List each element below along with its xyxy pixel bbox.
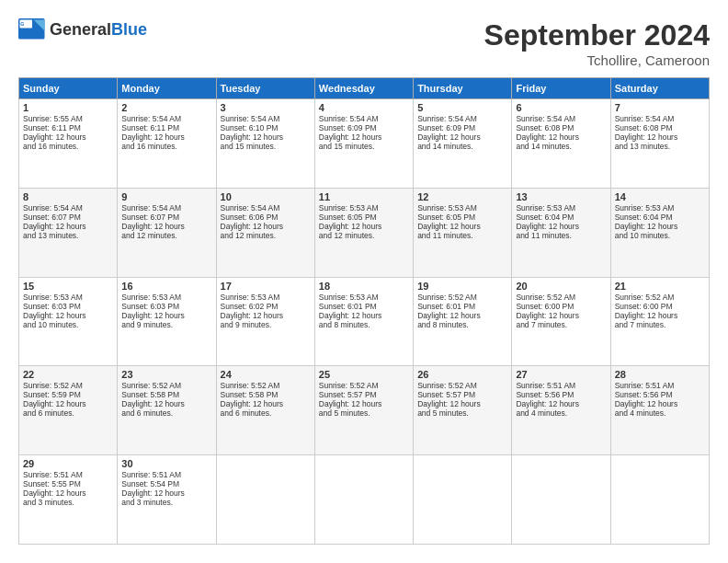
day-number: 20 (516, 281, 606, 292)
day-info-line: and 16 minutes. (121, 142, 211, 151)
calendar-cell: 8Sunrise: 5:54 AMSunset: 6:07 PMDaylight… (19, 188, 118, 277)
day-info-line: and 16 minutes. (23, 142, 113, 151)
header: G GeneralBlue September 2024 Tchollire, … (18, 18, 710, 68)
day-info-line: Sunset: 6:07 PM (23, 213, 113, 222)
calendar-cell: 19Sunrise: 5:52 AMSunset: 6:01 PMDayligh… (414, 277, 512, 366)
day-info-line: Daylight: 12 hours (319, 132, 409, 142)
day-info-line: Sunset: 6:09 PM (319, 123, 409, 132)
day-info-line: Daylight: 12 hours (319, 222, 409, 231)
day-info-line: Sunset: 6:03 PM (121, 302, 211, 311)
calendar-cell: 6Sunrise: 5:54 AMSunset: 6:08 PMDaylight… (512, 99, 610, 189)
day-info-line: Sunset: 6:04 PM (516, 213, 606, 222)
day-info-line: Sunrise: 5:55 AM (23, 114, 113, 123)
day-info-line: and 5 minutes. (319, 408, 409, 418)
day-info-line: Sunrise: 5:52 AM (23, 381, 113, 390)
day-info-line: and 4 minutes. (615, 408, 705, 418)
day-info-line: Sunrise: 5:54 AM (516, 114, 606, 123)
day-info-line: Sunset: 6:07 PM (121, 213, 211, 222)
calendar-cell: 18Sunrise: 5:53 AMSunset: 6:01 PMDayligh… (314, 277, 413, 366)
day-header-friday: Friday (512, 78, 610, 99)
day-info-line: Sunrise: 5:53 AM (121, 293, 211, 302)
day-info-line: Sunrise: 5:54 AM (221, 114, 311, 123)
day-info-line: and 8 minutes. (319, 320, 409, 329)
day-info-line: Daylight: 12 hours (23, 311, 113, 320)
day-info-line: Sunset: 6:02 PM (221, 302, 311, 311)
day-header-saturday: Saturday (610, 78, 709, 99)
day-info-line: and 13 minutes. (23, 231, 113, 240)
logo-text: GeneralBlue (50, 20, 147, 40)
day-info-line: Daylight: 12 hours (615, 311, 705, 320)
calendar-cell: 5Sunrise: 5:54 AMSunset: 6:09 PMDaylight… (414, 99, 512, 189)
calendar-cell: 3Sunrise: 5:54 AMSunset: 6:10 PMDaylight… (216, 99, 314, 189)
day-number: 8 (23, 191, 113, 202)
day-info-line: Daylight: 12 hours (615, 399, 705, 408)
calendar-cell: 10Sunrise: 5:54 AMSunset: 6:06 PMDayligh… (216, 188, 314, 277)
calendar-cell: 4Sunrise: 5:54 AMSunset: 6:09 PMDaylight… (314, 99, 413, 189)
day-info-line: Sunrise: 5:54 AM (615, 114, 705, 123)
day-info-line: and 11 minutes. (516, 231, 606, 240)
day-number: 7 (615, 102, 705, 113)
calendar-cell: 21Sunrise: 5:52 AMSunset: 6:00 PMDayligh… (610, 277, 709, 366)
day-info-line: Daylight: 12 hours (516, 399, 606, 408)
calendar-cell: 2Sunrise: 5:54 AMSunset: 6:11 PMDaylight… (118, 99, 216, 189)
day-info-line: Sunrise: 5:54 AM (121, 114, 211, 123)
day-info-line: Sunset: 5:57 PM (319, 390, 409, 399)
location-title: Tchollire, Cameroon (484, 52, 710, 68)
day-info-line: Sunset: 6:11 PM (121, 123, 211, 132)
calendar-cell: 14Sunrise: 5:53 AMSunset: 6:04 PMDayligh… (610, 188, 709, 277)
day-info-line: Daylight: 12 hours (417, 132, 507, 142)
day-number: 17 (221, 281, 311, 292)
day-number: 16 (121, 281, 211, 292)
day-info-line: and 6 minutes. (23, 408, 113, 418)
day-number: 11 (319, 191, 409, 202)
day-info-line: Daylight: 12 hours (615, 132, 705, 142)
day-info-line: and 9 minutes. (121, 320, 211, 329)
day-info-line: Daylight: 12 hours (417, 222, 507, 231)
day-info-line: and 12 minutes. (221, 231, 311, 240)
calendar-cell: 16Sunrise: 5:53 AMSunset: 6:03 PMDayligh… (118, 277, 216, 366)
day-info-line: Daylight: 12 hours (23, 399, 113, 408)
day-info-line: Sunrise: 5:53 AM (319, 293, 409, 302)
day-info-line: Sunset: 6:04 PM (615, 213, 705, 222)
calendar-week-0: 1Sunrise: 5:55 AMSunset: 6:11 PMDaylight… (19, 99, 710, 189)
day-info-line: and 15 minutes. (319, 142, 409, 151)
logo-icon: G (18, 18, 46, 40)
day-number: 1 (23, 102, 113, 113)
day-info-line: Sunset: 6:08 PM (615, 123, 705, 132)
calendar-cell: 12Sunrise: 5:53 AMSunset: 6:05 PMDayligh… (414, 188, 512, 277)
day-info-line: and 14 minutes. (417, 142, 507, 151)
day-info-line: Sunrise: 5:52 AM (221, 381, 311, 390)
day-info-line: and 12 minutes. (319, 231, 409, 240)
day-info-line: Sunrise: 5:53 AM (516, 203, 606, 213)
day-header-thursday: Thursday (414, 78, 512, 99)
day-info-line: and 6 minutes. (121, 408, 211, 418)
day-info-line: Sunrise: 5:54 AM (417, 114, 507, 123)
day-info-line: Daylight: 12 hours (221, 311, 311, 320)
day-info-line: Sunset: 6:09 PM (417, 123, 507, 132)
calendar-header-row: SundayMondayTuesdayWednesdayThursdayFrid… (19, 78, 710, 99)
day-info-line: Daylight: 12 hours (516, 311, 606, 320)
day-info-line: Sunrise: 5:52 AM (615, 293, 705, 302)
day-info-line: Sunset: 6:10 PM (221, 123, 311, 132)
day-info-line: Daylight: 12 hours (516, 222, 606, 231)
day-number: 4 (319, 102, 409, 113)
day-info-line: Sunrise: 5:52 AM (121, 381, 211, 390)
calendar-cell: 26Sunrise: 5:52 AMSunset: 5:57 PMDayligh… (414, 366, 512, 455)
calendar-cell: 28Sunrise: 5:51 AMSunset: 5:56 PMDayligh… (610, 366, 709, 455)
title-block: September 2024 Tchollire, Cameroon (484, 18, 710, 68)
day-info-line: and 10 minutes. (615, 231, 705, 240)
day-info-line: and 15 minutes. (221, 142, 311, 151)
day-header-wednesday: Wednesday (314, 78, 413, 99)
day-number: 14 (615, 191, 705, 202)
calendar-cell: 22Sunrise: 5:52 AMSunset: 5:59 PMDayligh… (19, 366, 118, 455)
svg-text:G: G (20, 21, 24, 27)
day-info-line: Sunrise: 5:51 AM (23, 470, 113, 479)
day-info-line: and 4 minutes. (516, 408, 606, 418)
day-info-line: Daylight: 12 hours (121, 399, 211, 408)
day-info-line: Daylight: 12 hours (319, 399, 409, 408)
day-info-line: and 12 minutes. (121, 231, 211, 240)
day-info-line: Sunset: 5:58 PM (121, 390, 211, 399)
day-number: 13 (516, 191, 606, 202)
calendar-cell: 20Sunrise: 5:52 AMSunset: 6:00 PMDayligh… (512, 277, 610, 366)
day-info-line: Daylight: 12 hours (23, 488, 113, 498)
